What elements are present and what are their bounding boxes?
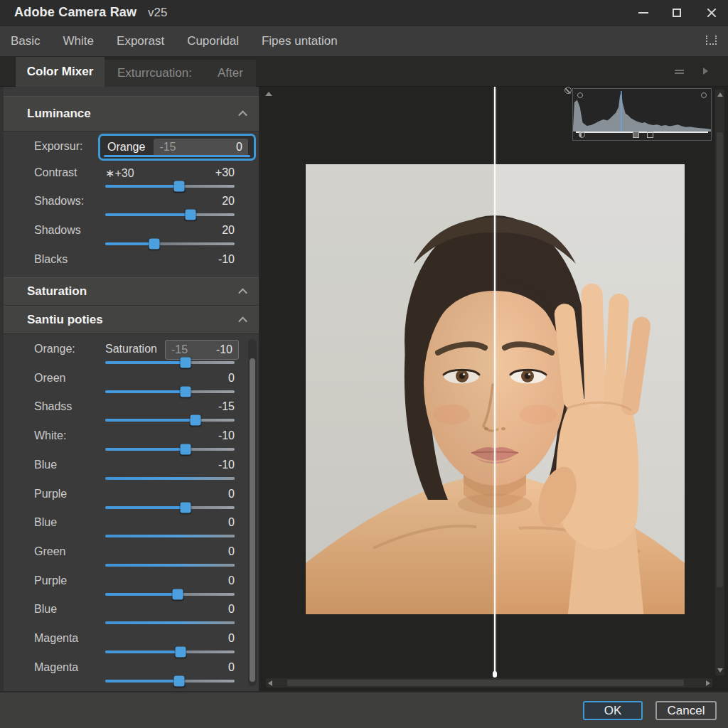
vertical-scrollbar-thumb[interactable] [717,132,723,587]
menu-item-exporast[interactable]: Exporast [117,34,164,48]
slider-value: 0 [228,661,235,674]
slider-fill [105,213,191,216]
slider-track[interactable] [105,593,235,596]
slider-thumb[interactable] [191,415,201,426]
slider-label: Blue [34,459,57,471]
slider-label: White: [34,429,66,442]
slider-thumb[interactable] [186,210,196,220]
slider-label: Purple [34,488,67,500]
menu-bar: Basic White Exporast Cuporidal Fipes unt… [0,26,728,57]
panels-icon[interactable] [706,36,717,45]
window-title: Adobe Camera Raw [14,5,136,20]
menu-item-basic[interactable]: Basic [11,34,41,48]
close-button[interactable] [697,0,726,26]
slider-track[interactable] [105,506,235,509]
slider-value: 0 [228,516,235,529]
no-clipping-icon[interactable] [564,87,572,94]
slider-track[interactable] [105,361,235,364]
square-outline-icon[interactable] [647,132,653,138]
slider-track[interactable] [105,477,235,480]
menu-item-cuporidal[interactable]: Cuporidal [187,34,239,48]
panel-scrollbar-thumb[interactable] [250,358,255,682]
combo-value-box[interactable]: -15 -10 [165,340,239,360]
field-value-box[interactable]: -15 0 [154,139,248,156]
orange-value-field[interactable]: Orange -15 0 [98,134,256,161]
maximize-button[interactable] [663,0,691,26]
inactive-tab-group: Exturrcuation: After [105,60,256,87]
slider-value: -10 [218,429,235,442]
title-bar: Adobe Camera Raw v25 [0,0,728,26]
slider-row-green: Green 0 [0,545,259,574]
slider-track[interactable] [105,419,235,422]
vertical-scrollbar[interactable] [715,90,724,675]
slider-label: Oreen [34,372,65,385]
slider-track[interactable] [105,564,235,567]
slider-thumb[interactable] [149,239,160,250]
slider-label: Exporsur: [34,140,82,153]
half-circle-icon[interactable] [579,132,585,138]
slider-fill [105,361,186,364]
slider-thumb[interactable] [173,676,184,687]
menu-item-fipes-untation[interactable]: Fipes untation [262,34,338,48]
chevron-up-icon [238,288,247,297]
section-header-luminance[interactable]: Luminance [4,96,259,132]
section-header-saturation[interactable]: Saturation [4,277,259,306]
slider-value: 0 [228,372,235,385]
slider-track[interactable] [105,448,235,451]
section-header-santiu-poties[interactable]: Santiu poties [4,306,259,334]
slider-thumb[interactable] [180,444,191,455]
slider-row-contrast: Contrast ∗+30 +30 [0,166,259,195]
slider-row-magenta-2: Magenta 0 [0,661,259,690]
scroll-down-icon[interactable] [717,668,723,673]
slider-track[interactable] [105,242,235,245]
section-title: Santiu poties [27,313,103,327]
scroll-left-icon[interactable] [268,680,272,686]
slider-thumb[interactable] [175,647,186,658]
slider-label: Shadss [34,400,72,413]
shadow-clipping-icon[interactable] [577,92,583,98]
menu-item-white[interactable]: White [63,34,94,48]
slider-row-blue-3: Blue 0 [0,603,259,631]
slider-track[interactable] [105,621,235,624]
slider-label: Magenta [34,632,78,645]
slider-fill [105,242,154,245]
histogram-panel[interactable] [572,88,712,141]
scroll-up-icon[interactable] [717,92,723,97]
before-after-split-handle[interactable] [494,87,496,675]
horizontal-scrollbar-thumb[interactable] [287,680,684,686]
preview-canvas [260,87,728,691]
slider-thumb[interactable] [180,358,191,368]
slider-track[interactable] [105,185,235,188]
slider-fill [105,390,186,393]
highlight-clipping-icon[interactable] [701,92,707,98]
tab-after[interactable]: After [205,66,256,80]
tab-color-mixer[interactable]: Color Mixer [16,57,105,87]
scroll-right-icon[interactable] [706,680,710,686]
cancel-button[interactable]: Cancel [655,701,717,720]
split-handle-cap[interactable] [493,671,497,678]
compare-icon[interactable] [675,70,684,71]
slider-track[interactable] [105,651,235,653]
minimize-icon [638,12,648,14]
square-filled-icon[interactable] [633,132,639,138]
slider-thumb[interactable] [173,181,184,192]
slider-track[interactable] [105,390,235,393]
slider-track[interactable] [105,213,235,216]
slider-thumb[interactable] [180,387,191,397]
slider-thumb[interactable] [180,503,191,513]
slider-row-blue-2: Blue 0 [0,516,259,545]
horizontal-scrollbar[interactable] [266,678,712,687]
ok-button[interactable]: OK [583,701,643,720]
minimize-button[interactable] [629,0,658,26]
slider-value: 20 [222,224,235,237]
slider-track[interactable] [105,535,235,537]
field-value: 0 [236,141,242,154]
slider-thumb[interactable] [172,589,183,600]
tab-exturrcuation[interactable]: Exturrcuation: [105,66,205,80]
slider-row-magenta-1: Magenta 0 [0,632,259,660]
collapse-arrow-icon[interactable] [265,92,272,96]
slider-track[interactable] [105,680,235,682]
cancel-label: Cancel [668,704,705,718]
slider-fill [105,593,178,596]
arrow-right-icon[interactable] [703,68,708,75]
